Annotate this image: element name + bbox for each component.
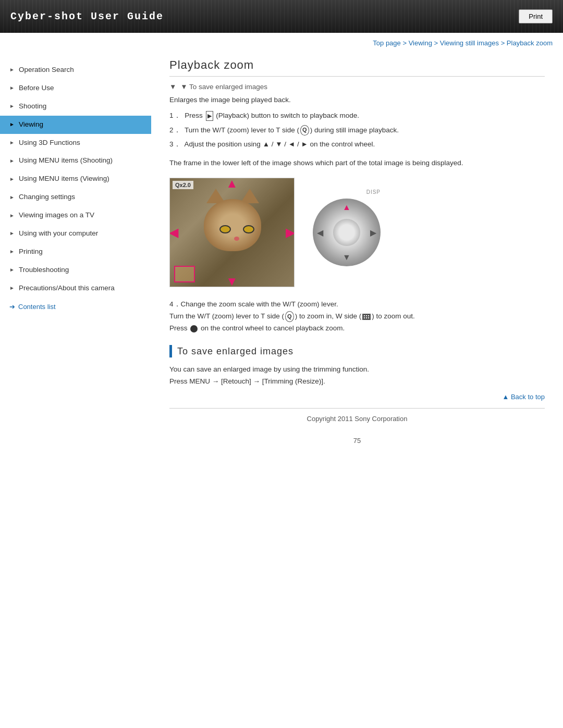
steps-list: 1． Press ▶ (Playback) button to switch t… — [169, 110, 545, 150]
playback-button-icon: ▶ — [206, 111, 213, 121]
control-wheel-outer: DISP ▲ ▼ ◀ ▶ — [313, 199, 381, 266]
step-3: 3． Adjust the position using ▲ / ▼ / ◄ /… — [169, 139, 545, 150]
intro-text: Enlarges the image being played back. — [169, 96, 545, 104]
arrow-up-indicator: ▲ — [226, 178, 238, 190]
center-btn-icon — [190, 325, 198, 332]
blue-bar-icon — [169, 345, 172, 357]
image-area: Qx2.0 ▲ ▼ ◀ ▶ DISP ▲ ▼ ◀ ▶ — [169, 178, 545, 287]
wheel-left-arrow: ◀ — [317, 228, 323, 238]
contents-list-link[interactable]: ➔ Contents list — [0, 298, 151, 316]
cat-eye-left — [219, 225, 231, 233]
sidebar-item-shooting[interactable]: ► Shooting — [0, 97, 151, 116]
app-title: Cyber-shot User Guide — [10, 10, 164, 22]
section-intro: ▼ ▼ To save enlarged images — [169, 83, 545, 91]
print-button[interactable]: Print — [519, 9, 553, 23]
header: Cyber-shot User Guide Print — [0, 0, 563, 33]
breadcrumb-viewing[interactable]: Viewing — [409, 39, 432, 47]
layout: ► Operation Search ► Before Use ► Shooti… — [0, 53, 563, 470]
arrow-left-indicator: ◀ — [169, 226, 178, 239]
cat-nose — [234, 237, 239, 241]
cat-head — [204, 199, 261, 251]
breadcrumb: Top page > Viewing > Viewing still image… — [0, 33, 563, 53]
cat-eye-right — [243, 225, 254, 233]
arrow-icon: ► — [9, 103, 15, 110]
sidebar-item-troubleshooting[interactable]: ► Troubleshooting — [0, 261, 151, 279]
arrow-icon: ► — [9, 266, 15, 274]
arrow-icon: ► — [9, 176, 15, 183]
step-1: 1． Press ▶ (Playback) button to switch t… — [169, 110, 545, 121]
arrow-icon: ► — [9, 139, 15, 146]
zoom-label: Qx2.0 — [173, 181, 193, 189]
sidebar-item-precautions[interactable]: ► Precautions/About this camera — [0, 279, 151, 298]
sidebar-item-printing[interactable]: ► Printing — [0, 243, 151, 261]
arrow-icon: ► — [9, 121, 15, 128]
save-section-title: To save enlarged images — [169, 345, 545, 357]
back-to-top-bar: ▲ Back to top — [169, 388, 545, 403]
mini-frame — [174, 266, 195, 282]
sidebar-item-3d-functions[interactable]: ► Using 3D Functions — [0, 134, 151, 152]
copyright-text: Copyright 2011 Sony Corporation — [307, 415, 408, 423]
arrow-icon: ► — [9, 230, 15, 237]
arrow-icon: ► — [9, 66, 15, 73]
footer: Copyright 2011 Sony Corporation — [169, 408, 545, 429]
main-content: Playback zoom ▼ ▼ To save enlarged image… — [151, 53, 563, 470]
arrow-icon: ► — [9, 285, 15, 292]
sidebar-item-viewing-tv[interactable]: ► Viewing images on a TV — [0, 206, 151, 225]
cat-image: Qx2.0 ▲ ▼ ◀ ▶ — [169, 178, 295, 287]
arrow-icon: ► — [9, 84, 15, 92]
arrow-icon: ► — [9, 248, 15, 255]
back-to-top-link[interactable]: ▲ Back to top — [502, 393, 545, 401]
arrow-right-indicator: ▶ — [286, 226, 295, 239]
disp-label: DISP — [366, 189, 381, 195]
wheel-right-arrow: ▶ — [370, 228, 376, 238]
breadcrumb-top[interactable]: Top page — [373, 39, 401, 47]
step-4: 4．Change the zoom scale with the W/T (zo… — [169, 299, 545, 335]
arrow-icon: ► — [9, 194, 15, 201]
center-button — [333, 219, 360, 246]
save-section-text: You can save an enlarged image by using … — [169, 364, 545, 388]
frame-note: The frame in the lower left of the image… — [169, 157, 545, 169]
wheel-up-arrow: ▲ — [342, 203, 351, 212]
zoom-w-icon — [362, 314, 371, 320]
arrow-icon: ► — [9, 212, 15, 219]
sidebar-item-operation-search[interactable]: ► Operation Search — [0, 61, 151, 79]
arrow-icon: ► — [9, 157, 15, 165]
cat-face-drawing — [196, 189, 269, 272]
step-2: 2． Turn the W/T (zoom) lever to T side (… — [169, 125, 545, 136]
sidebar-item-changing-settings[interactable]: ► Changing settings — [0, 188, 151, 206]
outer-ring: ▲ ▼ ◀ ▶ — [313, 199, 381, 266]
zoom-t-icon-2: Q — [285, 311, 294, 322]
breadcrumb-playback-zoom[interactable]: Playback zoom — [507, 39, 553, 47]
sidebar-item-before-use[interactable]: ► Before Use — [0, 79, 151, 97]
sidebar-item-computer[interactable]: ► Using with your computer — [0, 225, 151, 243]
arrow-down-icon: ▼ — [169, 83, 176, 91]
sidebar-item-menu-shooting[interactable]: ► Using MENU items (Shooting) — [0, 152, 151, 170]
control-wheel: DISP ▲ ▼ ◀ ▶ — [310, 196, 383, 269]
sidebar-item-viewing[interactable]: ► Viewing — [0, 116, 151, 134]
page-title: Playback zoom — [169, 58, 545, 77]
sidebar: ► Operation Search ► Before Use ► Shooti… — [0, 53, 151, 470]
wheel-down-arrow: ▼ — [342, 253, 351, 262]
breadcrumb-viewing-still[interactable]: Viewing still images — [440, 39, 499, 47]
sidebar-item-menu-viewing[interactable]: ► Using MENU items (Viewing) — [0, 170, 151, 188]
page-number: 75 — [169, 429, 545, 452]
zoom-t-icon: Q — [300, 125, 309, 135]
arrow-down-indicator: ▼ — [226, 275, 238, 287]
arrow-right-icon: ➔ — [9, 303, 15, 311]
